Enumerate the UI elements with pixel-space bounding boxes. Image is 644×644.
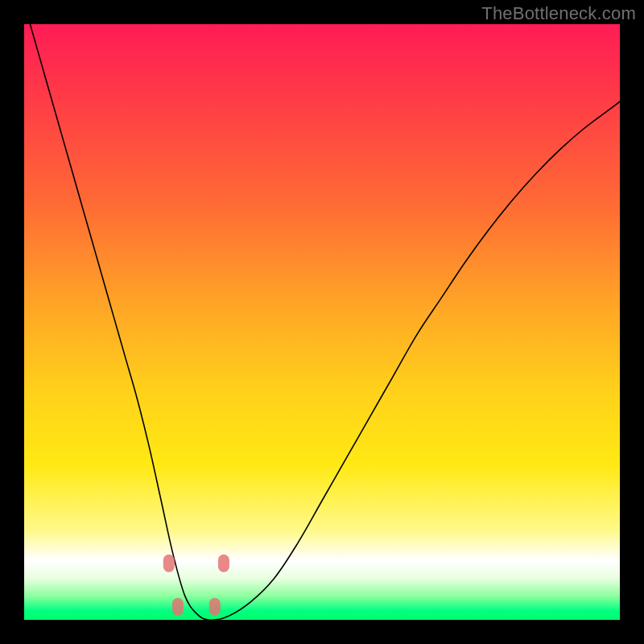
curve-marker <box>172 598 184 616</box>
bottleneck-curve <box>30 24 620 620</box>
curve-marker <box>209 598 221 616</box>
curve-markers <box>163 555 229 616</box>
plot-canvas <box>24 24 620 620</box>
curve-marker <box>163 555 175 572</box>
watermark-text: TheBottleneck.com <box>481 3 636 24</box>
curve-svg <box>24 24 620 620</box>
curve-marker <box>218 555 229 572</box>
